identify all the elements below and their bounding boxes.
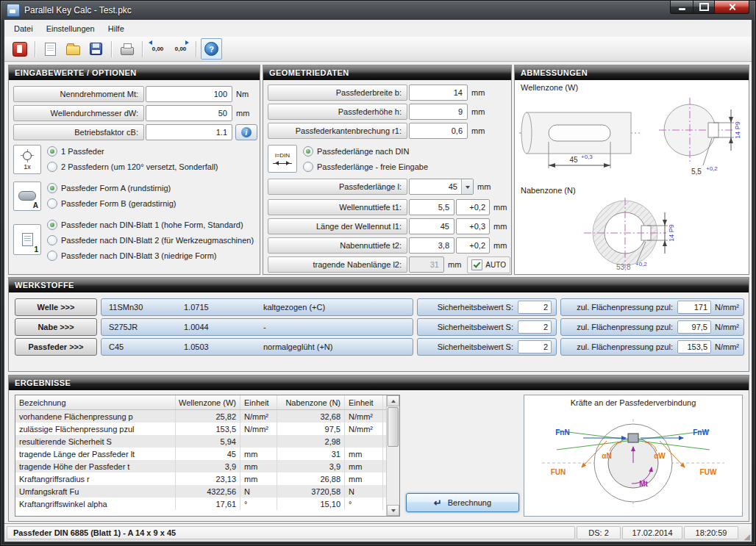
scroll-up-icon[interactable] <box>387 395 399 406</box>
decimal-increase-button[interactable]: 0,00 <box>147 38 168 60</box>
maximize-icon <box>699 3 709 11</box>
menu-datei[interactable]: Datei <box>7 22 40 35</box>
wellendurchmesser-input[interactable]: 50 <box>146 105 232 121</box>
radio-laenge-frei[interactable]: Passfederlänge - freie Eingabe <box>303 159 428 174</box>
force-fnw-label: FnW <box>693 428 709 437</box>
unit-label: mm <box>471 126 485 135</box>
decimal-increase-icon: 0,00 <box>152 46 164 52</box>
radio-form-b[interactable]: Passfeder Form B (geradstirnig) <box>47 195 176 211</box>
radio-din-blatt-1[interactable]: Passfeder nach DIN-Blatt 1 (hohe Form, S… <box>47 217 254 232</box>
table-scrollbar[interactable] <box>386 395 399 516</box>
nabe-pressung-group: zul. Flächenpressung pzul: 97,5 N/mm² <box>560 318 744 336</box>
welle-sicherheit-group: Sicherheitsbeiwert S: 2 <box>417 298 557 316</box>
passfeder-sicherheit-input[interactable]: 2 <box>518 340 552 353</box>
statusbar-ds: DS: 2 <box>577 526 621 539</box>
open-file-button[interactable] <box>63 38 84 60</box>
passfederlaenge-combobox[interactable]: 45 <box>409 179 474 195</box>
minimize-button[interactable] <box>670 1 693 14</box>
nenndrehmoment-input[interactable]: 100 <box>146 86 232 102</box>
nenndrehmoment-label: Nenndrehmoment Mt: <box>13 86 144 102</box>
print-button[interactable] <box>116 38 138 60</box>
radio-din-blatt-2[interactable]: Passfeder nach DIN-Blatt 2 (für Werkzeug… <box>47 232 254 248</box>
section-werkstoffe: WERKSTOFFE Welle >>> 11SMn30 1.0715 kalt… <box>8 277 749 372</box>
nabennuttiefe-toleranz: +0,2 <box>456 237 490 254</box>
nabe-material-button[interactable]: Nabe >>> <box>15 318 97 336</box>
exit-button[interactable] <box>9 38 30 60</box>
welle-pressung-group: zul. Flächenpressung pzul: 171 N/mm² <box>560 298 744 316</box>
radio-1-passfeder[interactable]: 1 Passfeder <box>47 143 218 159</box>
table-row: tragende Höhe der Passfeder t3,9mm3,9mm <box>15 460 399 473</box>
enter-icon <box>434 497 442 509</box>
wellennut-laenge-label: Länge der Wellennut l1: <box>268 218 407 234</box>
welle-sicherheit-input[interactable]: 2 <box>518 301 552 314</box>
info-icon <box>241 127 252 137</box>
unit-label: mm <box>448 260 461 269</box>
angle-w-label: αW <box>654 452 666 460</box>
dim-wellennuttiefe-tol: +0,2 <box>706 165 718 172</box>
wellennut-laenge-input[interactable]: 45 <box>409 218 454 234</box>
menu-einstellungen[interactable]: Einstellungen <box>40 22 101 35</box>
wellenzone-label: Wellenzone (W) <box>521 83 578 92</box>
help-button[interactable]: ? <box>201 38 222 60</box>
scrollbar-thumb[interactable] <box>388 407 399 447</box>
auto-checkbox-group[interactable]: AUTO <box>467 256 510 273</box>
welle-material-button[interactable]: Welle >>> <box>15 298 97 316</box>
nabe-pressung-value: 97,5 <box>677 320 711 334</box>
passfederlaenge-label: Passfederlänge l: <box>268 179 407 195</box>
radio-selected-icon <box>47 220 57 230</box>
section-ergebnisse-header: ERGEBNISSE <box>9 376 749 390</box>
help-icon: ? <box>204 42 218 56</box>
dim-wellennuttiefe: 5,5 <box>691 168 702 176</box>
kantenbrechung-input[interactable]: 0,6 <box>409 123 468 139</box>
nabe-sicherheit-input[interactable]: 2 <box>518 320 552 334</box>
passfeder-pressung-value: 153,5 <box>677 340 711 353</box>
radio-selected-icon <box>303 146 313 157</box>
radio-form-a[interactable]: Passfeder Form A (rundstirnig) <box>47 180 176 195</box>
nabennuttiefe-input[interactable]: 3,8 <box>409 237 454 254</box>
unit-label: mm <box>477 182 491 191</box>
info-button[interactable] <box>235 124 257 140</box>
maximize-button[interactable] <box>693 1 714 14</box>
dim-nabenbohrung-tol: +0,2 <box>635 261 647 267</box>
nabenzone-drawing: 14 P9 53,8 +0,2 <box>515 196 747 273</box>
dim-passfederbreite-nabe: 14 P9 <box>668 224 675 242</box>
unit-label: mm <box>493 203 507 212</box>
berechnung-button[interactable]: Berechnung <box>406 493 519 512</box>
panel-eingabewerte: EINGABEWERTE / OPTIONEN Nenndrehmoment M… <box>8 65 260 275</box>
save-button[interactable] <box>85 38 107 60</box>
resize-grip[interactable] <box>739 525 750 541</box>
panel-abmessungen: ABMESSUNGEN Wellenzone (W) 45 <box>514 65 749 275</box>
window-controls <box>670 1 749 14</box>
new-file-button[interactable] <box>40 38 61 60</box>
statusbar-date: 17.02.2014 <box>622 526 682 539</box>
wellennuttiefe-input[interactable]: 5,5 <box>409 199 454 215</box>
menu-hilfe[interactable]: Hilfe <box>101 22 131 35</box>
forces-diagram-title: Kräfte an der Passfederverbindung <box>524 395 742 407</box>
decimal-decrease-button[interactable]: 0,00 <box>170 38 191 60</box>
dim-wellennut-laenge: 45 <box>569 156 578 164</box>
table-row: Kraftangriffswinkel alpha17,61°15,10° <box>15 497 399 510</box>
passfederhoehe-input[interactable]: 9 <box>409 104 468 120</box>
betriebsfaktor-input[interactable]: 1.1 <box>146 124 232 140</box>
passfeder-material-button[interactable]: Passfeder >>> <box>15 338 97 356</box>
radio-laenge-din[interactable]: Passfederlänge nach DIN <box>303 143 428 159</box>
titlebar[interactable]: Parallel Key Calc - Test.pkc <box>4 1 752 19</box>
passfeder-form-iconbox: A <box>13 182 41 211</box>
passfederbreite-input[interactable]: 14 <box>409 85 468 101</box>
force-fuw-label: FUW <box>700 468 717 476</box>
wellennuttiefe-label: Wellennuttiefe t1: <box>268 199 407 215</box>
chevron-down-icon[interactable] <box>461 179 473 194</box>
din-blatt-iconbox: 1 <box>13 224 41 255</box>
passfeder-count-iconbox: 1x <box>13 145 41 174</box>
arrow-left-icon <box>146 40 152 45</box>
nabe-material-display: S275JR 1.0044 - <box>101 318 413 336</box>
radio-din-blatt-3[interactable]: Passfeder nach DIN-Blatt 3 (niedrige For… <box>47 248 254 263</box>
scroll-down-icon[interactable] <box>387 505 399 516</box>
radio-selected-icon <box>47 146 57 157</box>
nabenzone-label: Nabenzone (N) <box>521 186 576 195</box>
minimize-icon <box>679 8 685 10</box>
radio-2-passfedern[interactable]: 2 Passfedern (um 120° versetzt, Sonderfa… <box>47 159 218 174</box>
arrow-right-icon <box>185 40 191 45</box>
nabenlaenge-input: 31 <box>409 256 444 273</box>
close-button[interactable] <box>714 1 749 14</box>
